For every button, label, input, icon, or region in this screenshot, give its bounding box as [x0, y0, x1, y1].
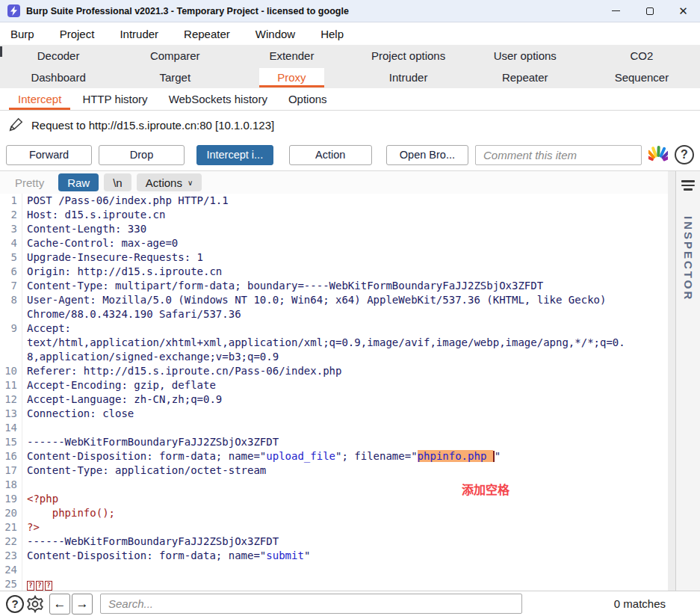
open-browser-button[interactable]: Open Bro... [386, 145, 468, 165]
tab-comparer[interactable]: Comparer [117, 45, 233, 67]
tab-repeater[interactable]: Repeater [467, 67, 583, 88]
tab-proxy[interactable]: Proxy [233, 67, 350, 88]
line-content: Content-Type: application/octet-stream [22, 463, 266, 478]
code-segment: Upgrade-Insecure-Requests: 1 [27, 251, 203, 263]
tab-label: User options [479, 47, 572, 64]
menu-item-repeater[interactable]: Repeater [181, 25, 239, 43]
raw-request-editor[interactable]: 1POST /Pass-06/index.php HTTP/1.12Host: … [0, 194, 668, 591]
editor-scrollbar[interactable] [668, 171, 675, 591]
line-content: ------WebKitFormBoundaryFaJJ2ZSbjOx3ZFDT [22, 535, 279, 549]
line-content: Chrome/88.0.4324.190 Safari/537.36 [22, 307, 241, 321]
search-input[interactable] [100, 594, 522, 614]
menu-item-help[interactable]: Help [318, 25, 353, 43]
line-content: ?> [22, 520, 40, 535]
burp-window: Burp Suite Professional v2021.3 - Tempor… [0, 0, 700, 616]
subtab-options[interactable]: Options [278, 88, 338, 110]
tab-user-options[interactable]: User options [467, 45, 583, 67]
maximize-button[interactable] [633, 0, 666, 22]
line-content: ??? [22, 577, 54, 591]
code-segment: 8,application/signed-exchange;v=b3;q=0.9 [27, 351, 279, 363]
code-segment: User-Agent: Mozilla/5.0 (Windows NT 10.0… [27, 294, 606, 306]
editor-row: 21?> [0, 520, 668, 535]
tab-target[interactable]: Target [117, 67, 233, 88]
highlighted-filename: phpinfo.php [418, 450, 493, 462]
search-prev-button[interactable]: ← [49, 594, 70, 615]
editor-row: 25??? [0, 577, 668, 591]
line-content [22, 421, 27, 435]
close-button[interactable]: ✕ [666, 0, 700, 22]
line-number: 5 [0, 250, 22, 265]
burp-app-icon [7, 4, 20, 17]
tab-project-options[interactable]: Project options [350, 45, 467, 67]
tab-label: Dashboard [16, 69, 100, 86]
subtab-http-history[interactable]: HTTP history [72, 88, 158, 110]
add-space-annotation: 添加空格 [462, 480, 509, 498]
line-number: 23 [0, 549, 22, 563]
search-next-button[interactable]: → [72, 594, 93, 615]
minimize-button[interactable] [599, 0, 633, 22]
tab-decoder[interactable]: Decoder [0, 45, 117, 67]
menu-item-burp[interactable]: Burp [7, 25, 43, 43]
tab-label: Target [144, 69, 205, 86]
line-number [0, 350, 22, 364]
tab-intruder[interactable]: Intruder [350, 67, 467, 88]
editor-row: 22------WebKitFormBoundaryFaJJ2ZSbjOx3ZF… [0, 535, 668, 549]
line-number: 22 [0, 535, 22, 549]
menu-item-project[interactable]: Project [57, 25, 104, 43]
title-bar: Burp Suite Professional v2021.3 - Tempor… [0, 0, 700, 22]
show-newlines-button[interactable]: \n [104, 173, 131, 191]
search-help-icon[interactable]: ? [6, 595, 24, 613]
raw-tab[interactable]: Raw [58, 173, 99, 191]
code-segment: ------WebKitFormBoundaryFaJJ2ZSbjOx3ZFDT [27, 535, 279, 547]
tab-label: Extender [254, 47, 329, 64]
menu-item-intruder[interactable]: Intruder [117, 25, 167, 43]
tab-extender[interactable]: Extender [233, 45, 350, 67]
code-segment: Connection: close [27, 407, 134, 419]
line-number: 10 [0, 364, 22, 378]
inspector-rail[interactable]: INSPECTOR [675, 171, 700, 591]
line-number: 4 [0, 236, 22, 250]
match-count: 0 matches [614, 597, 666, 610]
editor-row: 15------WebKitFormBoundaryFaJJ2ZSbjOx3ZF… [0, 435, 668, 449]
search-settings-gear-icon[interactable] [25, 594, 45, 614]
menu-item-window[interactable]: Window [253, 25, 304, 43]
line-content: Content-Type: multipart/form-data; bound… [22, 279, 543, 293]
missing-glyph-box: ? [27, 581, 34, 591]
line-content: Host: d15.s.iproute.cn [22, 208, 165, 222]
subtab-intercept[interactable]: Intercept [7, 88, 72, 110]
tab-dashboard[interactable]: Dashboard [0, 67, 117, 88]
help-icon[interactable]: ? [675, 145, 694, 164]
actions-dropdown[interactable]: Actions ∨ [137, 173, 202, 191]
inspector-collapse-icon[interactable] [681, 180, 695, 191]
actions-label: Actions [146, 176, 182, 189]
line-number: 19 [0, 492, 22, 506]
pretty-tab[interactable]: Pretty [6, 173, 53, 191]
proxy-subtabs: InterceptHTTP historyWebSockets historyO… [0, 88, 700, 111]
drop-button[interactable]: Drop [99, 145, 185, 165]
code-segment: phpinfo(); [27, 507, 115, 519]
line-number: 24 [0, 563, 22, 577]
forward-button[interactable]: Forward [6, 145, 92, 165]
line-content: Content-Length: 330 [22, 222, 146, 236]
editor-row: 8,application/signed-exchange;v=b3;q=0.9 [0, 350, 668, 364]
tab-label: Project options [356, 47, 460, 64]
line-content: Cache-Control: max-age=0 [22, 236, 178, 250]
line-content: Content-Disposition: form-data; name="su… [22, 549, 310, 563]
intercept-toggle-button[interactable]: Intercept i... [196, 145, 273, 165]
line-content [22, 478, 27, 492]
highlight-color-icon[interactable] [648, 146, 668, 164]
tab-strip-edge [0, 46, 2, 57]
editor-row: 14 [0, 421, 668, 435]
request-target-text: Request to http://d15.s.iproute.cn:80 [1… [31, 119, 274, 132]
tab-co2[interactable]: CO2 [583, 45, 700, 67]
action-button[interactable]: Action [289, 145, 372, 165]
code-segment: "; filename=" [335, 450, 418, 462]
inspector-label: INSPECTOR [682, 216, 695, 301]
subtab-websockets-history[interactable]: WebSockets history [158, 88, 278, 110]
line-content: 8,application/signed-exchange;v=b3;q=0.9 [22, 350, 279, 364]
tab-sequencer[interactable]: Sequencer [583, 67, 700, 88]
comment-input[interactable] [475, 145, 642, 165]
window-title: Burp Suite Professional v2021.3 - Tempor… [26, 6, 349, 16]
intercept-action-row: Forward Drop Intercept i... Action Open … [0, 139, 700, 170]
editor-row: 20 phpinfo(); [0, 506, 668, 520]
